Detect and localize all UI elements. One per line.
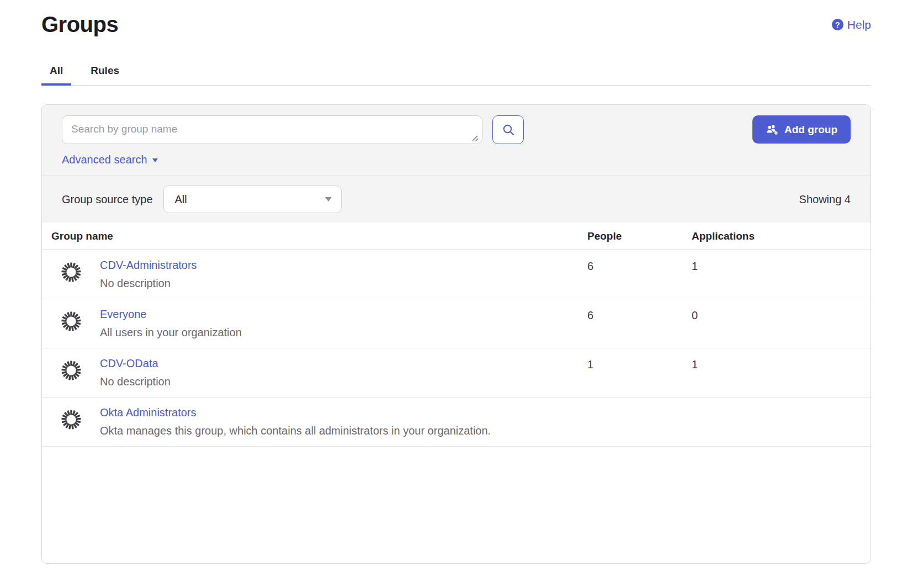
- search-button[interactable]: [492, 115, 524, 144]
- search-section: Add group Advanced search: [42, 105, 871, 176]
- group-name-link[interactable]: CDV-OData: [100, 357, 158, 370]
- table-header: Group name People Applications: [42, 223, 871, 250]
- showing-count: Showing 4: [799, 193, 851, 206]
- search-icon: [502, 123, 515, 136]
- group-avatar-icon: [60, 409, 82, 431]
- column-header-people: People: [587, 230, 692, 242]
- column-header-applications: Applications: [692, 230, 871, 242]
- table-row: CDV-Administrators No description 6 1: [42, 250, 871, 299]
- question-mark-icon: ?: [832, 19, 843, 30]
- groups-card: Add group Advanced search Group source t…: [41, 104, 871, 564]
- people-count: 1: [587, 348, 692, 397]
- group-description: No description: [100, 375, 171, 388]
- group-name-link[interactable]: CDV-Administrators: [100, 259, 197, 272]
- people-count: 6: [587, 250, 692, 299]
- group-source-type-dropdown[interactable]: All: [163, 186, 342, 213]
- advanced-search-label: Advanced search: [62, 153, 147, 166]
- group-avatar-icon: [60, 310, 82, 332]
- column-header-group-name: Group name: [42, 230, 587, 242]
- page-title: Groups: [41, 12, 118, 37]
- advanced-search-link[interactable]: Advanced search: [62, 153, 158, 166]
- tab-rules[interactable]: Rules: [82, 59, 128, 86]
- search-input[interactable]: [62, 115, 482, 144]
- page-header: Groups ? Help: [41, 0, 871, 37]
- page-content: Groups ? Help All Rules: [41, 0, 871, 564]
- resize-handle-icon[interactable]: [471, 135, 479, 142]
- applications-count: 1: [692, 250, 871, 299]
- filter-section: Group source type All Showing 4: [42, 176, 871, 223]
- group-description: Okta manages this group, which contains …: [100, 425, 491, 437]
- advanced-search-caret-icon: [152, 158, 158, 162]
- applications-count: 1: [692, 348, 871, 397]
- chevron-down-icon: [325, 197, 332, 202]
- add-group-icon: [766, 123, 779, 136]
- help-label: Help: [847, 18, 871, 31]
- applications-count: [692, 398, 871, 446]
- dropdown-selected-value: All: [175, 193, 187, 206]
- table-row: Everyone All users in your organization …: [42, 299, 871, 348]
- tab-all[interactable]: All: [41, 59, 71, 86]
- group-name-link[interactable]: Okta Administrators: [100, 406, 197, 419]
- help-link[interactable]: ? Help: [832, 18, 871, 31]
- group-avatar-icon: [60, 261, 82, 283]
- add-group-button[interactable]: Add group: [752, 115, 851, 144]
- people-count: [587, 398, 692, 446]
- add-group-label: Add group: [784, 124, 837, 136]
- table-row: Okta Administrators Okta manages this gr…: [42, 398, 871, 447]
- table-row: CDV-OData No description 1 1: [42, 348, 871, 398]
- group-source-type-label: Group source type: [62, 193, 153, 206]
- tab-bar: All Rules: [41, 59, 871, 86]
- group-avatar-icon: [60, 359, 82, 382]
- group-description: All users in your organization: [100, 326, 242, 339]
- people-count: 6: [587, 299, 692, 348]
- group-name-link[interactable]: Everyone: [100, 308, 147, 321]
- applications-count: 0: [692, 299, 871, 348]
- group-description: No description: [100, 277, 197, 290]
